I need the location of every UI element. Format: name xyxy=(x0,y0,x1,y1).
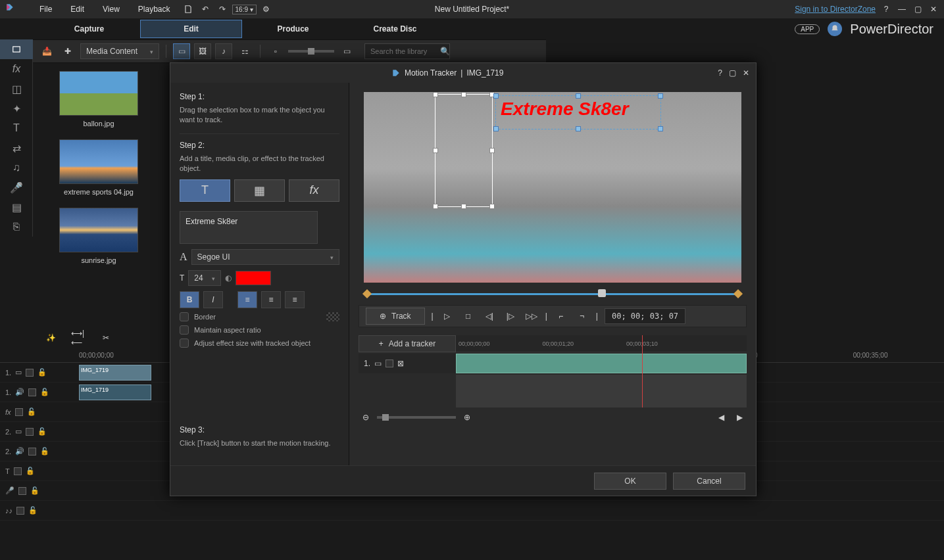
play-icon[interactable]: ▷ xyxy=(440,309,455,323)
lock-icon[interactable]: 🔓 xyxy=(40,447,49,455)
track-visible-checkbox[interactable] xyxy=(28,448,36,455)
rail-particle-icon[interactable]: ✦ xyxy=(0,99,33,118)
rail-fx-icon[interactable]: fx xyxy=(0,59,33,79)
rail-pip-icon[interactable]: ◫ xyxy=(0,79,33,99)
mark-out-icon[interactable]: ¬ xyxy=(575,309,589,323)
track-button[interactable]: ⊕Track xyxy=(366,308,425,325)
timeline-clip[interactable]: IMG_1719 xyxy=(79,365,151,381)
playhead-icon[interactable] xyxy=(598,289,606,297)
tracker-ruler[interactable]: 00;00;00;0000;00;01;2000;00;03;10 xyxy=(456,335,747,352)
tracker-delete-icon[interactable]: ⊠ xyxy=(397,359,404,368)
close-icon[interactable]: ✕ xyxy=(928,5,939,14)
shadow-icon[interactable]: ◐ xyxy=(225,273,232,283)
settings-icon[interactable]: ⚙ xyxy=(259,2,274,16)
filter-all-icon[interactable]: ▭ xyxy=(173,43,190,59)
aspect-ratio[interactable]: 16:9 ▾ xyxy=(232,5,257,14)
minimize-icon[interactable]: — xyxy=(897,5,907,14)
tracker-visible-checkbox[interactable] xyxy=(385,360,393,367)
lock-icon[interactable]: 🔓 xyxy=(28,506,37,515)
cut-icon[interactable]: ✂ xyxy=(99,331,113,345)
track-visible-checkbox[interactable] xyxy=(26,428,34,436)
library-search[interactable]: 🔍 xyxy=(364,43,450,59)
rail-voice-icon[interactable]: 🎤 xyxy=(0,177,33,197)
scroll-right-icon[interactable]: ▶ xyxy=(732,410,747,425)
timeline-clip[interactable]: IMG_1719 xyxy=(79,385,151,400)
timeline-track[interactable]: ♪♪ 🔓 xyxy=(0,501,944,521)
title-bounding-box[interactable] xyxy=(495,95,661,129)
next-frame-icon[interactable]: |▷ xyxy=(503,309,518,323)
menu-file[interactable]: File xyxy=(32,2,60,16)
align-right-button[interactable]: ≡ xyxy=(285,291,305,308)
aspect-checkbox[interactable] xyxy=(180,325,189,335)
lock-icon[interactable]: 🔓 xyxy=(37,427,47,436)
dialog-maximize-icon[interactable]: ▢ xyxy=(729,68,736,78)
media-item[interactable]: extreme sports 04.jpg xyxy=(41,139,157,196)
align-left-button[interactable]: ≡ xyxy=(237,291,257,308)
media-item[interactable]: ballon.jpg xyxy=(41,71,157,128)
font-select[interactable]: Segoe UI xyxy=(191,249,339,265)
track-visible-checkbox[interactable] xyxy=(16,507,24,515)
tracking-selection-box[interactable] xyxy=(435,94,493,207)
preview-scrubber[interactable] xyxy=(364,291,741,297)
undo-icon[interactable]: ↶ xyxy=(198,2,212,16)
lock-icon[interactable]: 🔓 xyxy=(30,486,39,495)
rail-subtitle-icon[interactable]: ⎘ xyxy=(0,217,33,237)
filter-image-icon[interactable]: 🖼 xyxy=(194,43,211,59)
lock-icon[interactable]: 🔓 xyxy=(27,408,36,416)
tracker-clip[interactable] xyxy=(456,354,747,373)
preview-viewport[interactable]: Extreme Sk8er xyxy=(364,92,741,283)
menu-view[interactable]: View xyxy=(95,2,128,16)
lock-icon[interactable]: 🔓 xyxy=(26,467,35,475)
effect-option-button[interactable]: fx xyxy=(289,179,339,202)
rail-media-icon[interactable] xyxy=(0,39,33,59)
font-size-select[interactable]: 24 xyxy=(188,270,221,286)
timecode-display[interactable]: 00; 00; 03; 07 xyxy=(605,308,685,324)
thumb-zoom-slider[interactable] xyxy=(288,50,334,53)
add-tracker-button[interactable]: +Add a tracker xyxy=(359,335,456,352)
tab-edit[interactable]: Edit xyxy=(140,20,242,38)
rail-transition-icon[interactable]: ⇄ xyxy=(0,138,33,158)
bold-button[interactable]: B xyxy=(180,291,199,308)
media-option-button[interactable]: ▦ xyxy=(234,179,285,202)
track-visible-checkbox[interactable] xyxy=(15,408,23,416)
adjust-size-checkbox[interactable] xyxy=(180,338,189,348)
fast-forward-icon[interactable]: ▷▷ xyxy=(524,309,539,323)
mark-in-icon[interactable]: ⌐ xyxy=(554,309,568,323)
lock-icon[interactable]: 🔓 xyxy=(40,388,49,396)
border-checkbox[interactable] xyxy=(180,312,189,321)
tracker-row-header[interactable]: 1. ▭ ⊠ xyxy=(359,354,456,373)
rail-chapter-icon[interactable]: ▤ xyxy=(0,197,33,217)
tab-create-disc[interactable]: Create Disc xyxy=(344,20,446,37)
save-icon[interactable] xyxy=(181,2,195,16)
dialog-help-icon[interactable]: ? xyxy=(718,68,722,78)
border-color-swatch[interactable] xyxy=(326,312,339,321)
library-filter-select[interactable]: Media Content xyxy=(80,43,159,59)
search-icon[interactable]: 🔍 xyxy=(440,47,450,56)
magic-icon[interactable]: ✨ xyxy=(43,331,58,345)
thumb-large-icon[interactable]: ▭ xyxy=(338,43,355,59)
maximize-icon[interactable]: ▢ xyxy=(912,5,923,14)
stop-icon[interactable]: □ xyxy=(461,309,476,323)
rail-audio-icon[interactable]: ♫ xyxy=(0,158,33,177)
tab-produce[interactable]: Produce xyxy=(242,20,344,37)
font-color-swatch[interactable] xyxy=(236,271,271,285)
track-visible-checkbox[interactable] xyxy=(18,487,26,495)
tab-capture[interactable]: Capture xyxy=(38,20,140,37)
split-icon[interactable]: ⟷|⟵ xyxy=(71,331,86,345)
view-grid-icon[interactable]: ⚏ xyxy=(236,43,253,59)
title-option-button[interactable]: T xyxy=(180,179,230,202)
scroll-left-icon[interactable]: ◀ xyxy=(714,410,728,425)
lock-icon[interactable]: 🔓 xyxy=(37,368,47,377)
help-icon[interactable]: ? xyxy=(881,5,891,14)
italic-button[interactable]: I xyxy=(203,291,223,308)
title-text-input[interactable]: Extreme Sk8er xyxy=(180,211,318,244)
prev-frame-icon[interactable]: ◁| xyxy=(482,309,497,323)
cancel-button[interactable]: Cancel xyxy=(673,473,745,490)
rail-title-icon[interactable]: T xyxy=(0,118,33,138)
track-visible-checkbox[interactable] xyxy=(14,467,22,475)
align-center-button[interactable]: ≡ xyxy=(261,291,281,308)
dialog-close-icon[interactable]: ✕ xyxy=(743,68,749,78)
menu-playback[interactable]: Playback xyxy=(130,2,178,16)
track-visible-checkbox[interactable] xyxy=(26,369,34,377)
redo-icon[interactable]: ↷ xyxy=(215,2,230,16)
